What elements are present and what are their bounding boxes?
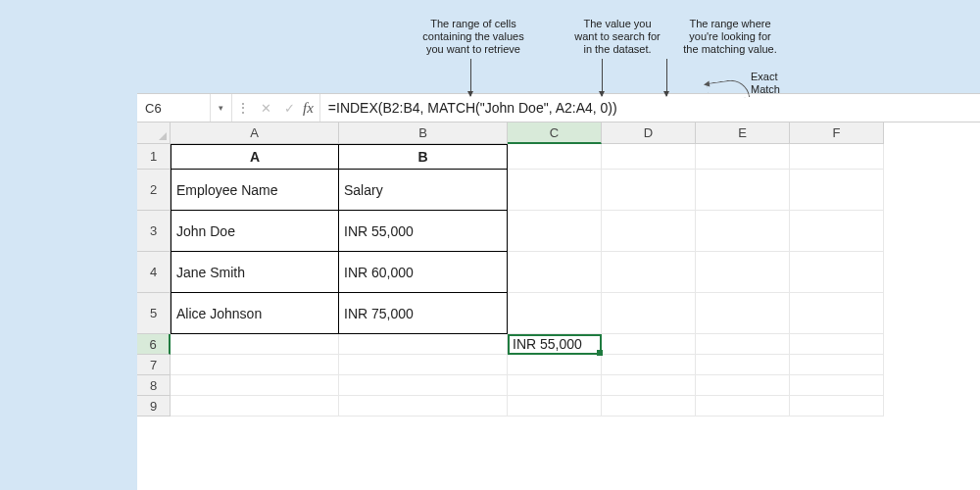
cell-e8[interactable] xyxy=(696,375,790,396)
cell-a2[interactable]: Employee Name xyxy=(171,170,339,211)
cell-d7[interactable] xyxy=(602,355,696,375)
cell-a1[interactable]: A xyxy=(171,144,339,170)
cell-e1[interactable] xyxy=(696,144,790,170)
column-headers: A B C D E F xyxy=(171,122,980,144)
row-header-5[interactable]: 5 xyxy=(137,293,171,334)
cell-b6[interactable] xyxy=(339,334,508,355)
cell-d5[interactable] xyxy=(602,293,696,334)
fx-icon[interactable]: fx xyxy=(301,94,320,122)
arrow-icon xyxy=(470,59,471,96)
cell-b8[interactable] xyxy=(339,375,508,396)
cell-b1[interactable]: B xyxy=(339,144,508,170)
cell-a6[interactable] xyxy=(171,334,339,355)
annotation-lookup-range: The range whereyou're looking forthe mat… xyxy=(662,18,799,56)
col-header-c[interactable]: C xyxy=(508,122,602,144)
col-header-f[interactable]: F xyxy=(790,122,884,144)
cell-c5[interactable] xyxy=(508,293,602,334)
cell-f6[interactable] xyxy=(790,334,884,355)
arrow-icon xyxy=(666,59,667,96)
row-header-3[interactable]: 3 xyxy=(137,211,171,252)
col-header-a[interactable]: A xyxy=(171,122,339,144)
cell-e4[interactable] xyxy=(696,252,790,293)
formula-input[interactable]: =INDEX(B2:B4, MATCH("John Doe", A2:A4, 0… xyxy=(320,94,980,122)
cell-e6[interactable] xyxy=(696,334,790,355)
row-header-1[interactable]: 1 xyxy=(137,144,171,170)
cell-b3[interactable]: INR 55,000 xyxy=(339,211,508,252)
row-header-7[interactable]: 7 xyxy=(137,355,171,375)
cell-e2[interactable] xyxy=(696,170,790,211)
col-header-d[interactable]: D xyxy=(602,122,696,144)
cell-f7[interactable] xyxy=(790,355,884,375)
cell-c2[interactable] xyxy=(508,170,602,211)
cell-b2[interactable]: Salary xyxy=(339,170,508,211)
name-box-dropdown-icon[interactable]: ▾ xyxy=(211,94,232,122)
enter-button[interactable]: ✓ xyxy=(277,94,301,122)
formula-bar: C6 ▾ ⋮ ✕ ✓ fx =INDEX(B2:B4, MATCH("John … xyxy=(137,94,980,122)
cell-a3[interactable]: John Doe xyxy=(171,211,339,252)
cell-c3[interactable] xyxy=(508,211,602,252)
separator: ⋮ xyxy=(232,94,254,122)
cell-e5[interactable] xyxy=(696,293,790,334)
cell-b9[interactable] xyxy=(339,396,508,416)
cell-a4[interactable]: Jane Smith xyxy=(171,252,339,293)
cell-c9[interactable] xyxy=(508,396,602,416)
row-header-6[interactable]: 6 xyxy=(137,334,171,355)
cell-d9[interactable] xyxy=(602,396,696,416)
cell-d1[interactable] xyxy=(602,144,696,170)
row-header-4[interactable]: 4 xyxy=(137,252,171,293)
cell-d6[interactable] xyxy=(602,334,696,355)
cell-a8[interactable] xyxy=(171,375,339,396)
arrow-icon xyxy=(602,59,603,96)
cell-c4[interactable] xyxy=(508,252,602,293)
col-header-b[interactable]: B xyxy=(339,122,508,144)
cell-f8[interactable] xyxy=(790,375,884,396)
cell-d2[interactable] xyxy=(602,170,696,211)
row-header-8[interactable]: 8 xyxy=(137,375,171,396)
select-all-corner[interactable] xyxy=(137,122,171,144)
cell-d8[interactable] xyxy=(602,375,696,396)
cell-f4[interactable] xyxy=(790,252,884,293)
spreadsheet-grid: 1 2 3 4 5 6 7 8 9 A B C D E F xyxy=(137,122,980,490)
cell-f3[interactable] xyxy=(790,211,884,252)
cell-d3[interactable] xyxy=(602,211,696,252)
cell-e3[interactable] xyxy=(696,211,790,252)
cell-a5[interactable]: Alice Johnson xyxy=(171,293,339,334)
annotation-exact-match: ExactMatch xyxy=(751,71,809,96)
annotation-layer: The range of cellscontaining the valuesy… xyxy=(0,0,980,93)
cells-area[interactable]: A B Employee Name Salary xyxy=(171,144,980,490)
cell-f1[interactable] xyxy=(790,144,884,170)
cell-e7[interactable] xyxy=(696,355,790,375)
cell-a9[interactable] xyxy=(171,396,339,416)
cancel-button[interactable]: ✕ xyxy=(254,94,277,122)
cell-f2[interactable] xyxy=(790,170,884,211)
col-header-e[interactable]: E xyxy=(696,122,790,144)
cell-c8[interactable] xyxy=(508,375,602,396)
row-header-9[interactable]: 9 xyxy=(137,396,171,416)
cell-b5[interactable]: INR 75,000 xyxy=(339,293,508,334)
row-header-2[interactable]: 2 xyxy=(137,170,171,211)
cell-c6[interactable]: INR 55,000 xyxy=(508,334,602,355)
cell-e9[interactable] xyxy=(696,396,790,416)
cell-a7[interactable] xyxy=(171,355,339,375)
cell-b7[interactable] xyxy=(339,355,508,375)
cell-f5[interactable] xyxy=(790,293,884,334)
annotation-retrieve-range: The range of cellscontaining the valuesy… xyxy=(400,18,547,56)
row-headers: 1 2 3 4 5 6 7 8 9 xyxy=(137,144,171,416)
cell-d4[interactable] xyxy=(602,252,696,293)
cell-c7[interactable] xyxy=(508,355,602,375)
cell-b4[interactable]: INR 60,000 xyxy=(339,252,508,293)
spreadsheet-window: C6 ▾ ⋮ ✕ ✓ fx =INDEX(B2:B4, MATCH("John … xyxy=(137,93,980,490)
cell-c1[interactable] xyxy=(508,144,602,170)
name-box[interactable]: C6 xyxy=(137,94,211,122)
cell-f9[interactable] xyxy=(790,396,884,416)
